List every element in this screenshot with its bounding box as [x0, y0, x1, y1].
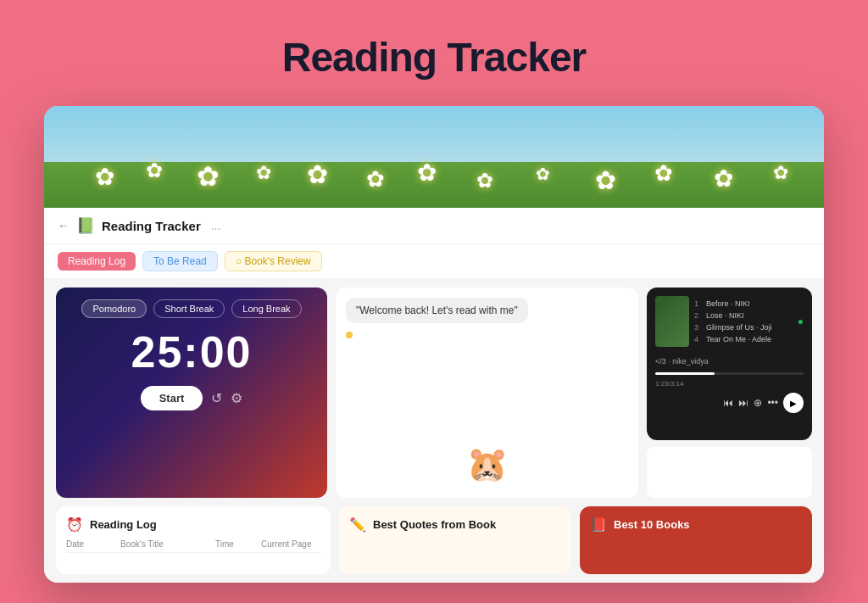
short-break-tab[interactable]: Short Break — [153, 299, 225, 318]
music-controls: ⏮ ⏭ ⊕ ••• ▶ — [655, 393, 804, 413]
music-header: 1 Before · NIKI 2 Lose · NIKI 3 Glimpse … — [655, 296, 804, 347]
progress-bar-container — [655, 372, 804, 375]
col-time-header: Time — [215, 539, 258, 549]
tab-to-be-read[interactable]: To Be Read — [142, 251, 218, 271]
window-banner: ✿ ✿ ✿ ✿ ✿ ✿ ✿ ✿ ✿ ✿ ✿ ✿ ✿ — [44, 106, 824, 208]
refresh-icon[interactable]: ↺ — [211, 390, 222, 406]
more-dots[interactable]: ... — [211, 219, 221, 232]
tab-reading-log[interactable]: Reading Log — [58, 252, 136, 271]
col-title-header: Book's Title — [120, 539, 212, 549]
track-2-name: Lose · NIKI — [706, 311, 793, 320]
more-button[interactable]: ••• — [767, 397, 778, 409]
tabs-bar: Reading Log To Be Read ○ Book's Review — [44, 244, 824, 279]
blank-widget — [647, 447, 812, 498]
table-header: Date Book's Title Time Current Page — [66, 539, 320, 553]
col-date-header: Date — [66, 539, 117, 549]
app-title-text: Reading Tracker — [102, 219, 201, 233]
next-button[interactable]: ⏭ — [738, 397, 748, 409]
review-dot: ○ — [236, 255, 242, 267]
chat-indicator — [346, 332, 353, 338]
track-1: 1 Before · NIKI — [694, 298, 793, 310]
review-label: Book's Review — [244, 255, 310, 267]
page-title: Reading Tracker — [282, 34, 587, 81]
long-break-tab[interactable]: Long Break — [231, 299, 301, 318]
top-row: Pomodoro Short Break Long Break 25:00 St… — [44, 279, 824, 506]
music-widget: 1 Before · NIKI 2 Lose · NIKI 3 Glimpse … — [647, 288, 812, 440]
pomodoro-widget: Pomodoro Short Break Long Break 25:00 St… — [56, 288, 327, 498]
track-4-name: Tear On Me · Adele — [706, 335, 793, 343]
app-window: ✿ ✿ ✿ ✿ ✿ ✿ ✿ ✿ ✿ ✿ ✿ ✿ ✿ ← 📗 Reading Tr… — [44, 106, 824, 583]
app-icon: 📗 — [76, 216, 95, 235]
reading-log-title: Reading Log — [90, 518, 157, 531]
prev-button[interactable]: ⏮ — [723, 397, 733, 409]
reading-log-header: ⏰ Reading Log — [66, 516, 320, 533]
pomodoro-tab[interactable]: Pomodoro — [81, 299, 147, 318]
track-1-name: Before · NIKI — [706, 299, 793, 308]
pencil-icon: ✏️ — [349, 516, 366, 533]
track-4: 4 Tear On Me · Adele — [694, 333, 793, 345]
timer-tabs: Pomodoro Short Break Long Break — [81, 299, 301, 318]
back-arrow[interactable]: ← — [58, 219, 70, 232]
bottom-row: ⏰ Reading Log Date Book's Title Time Cur… — [44, 506, 824, 583]
spotify-icon: ● — [798, 315, 804, 327]
track-3-num: 3 — [694, 323, 703, 332]
window-header: ← 📗 Reading Tracker ... — [44, 208, 824, 244]
reading-log-icon: ⏰ — [66, 516, 83, 533]
tab-books-review[interactable]: ○ Book's Review — [225, 251, 322, 271]
main-content: Pomodoro Short Break Long Break 25:00 St… — [44, 279, 824, 583]
music-tracks: 1 Before · NIKI 2 Lose · NIKI 3 Glimpse … — [694, 298, 793, 345]
track-2: 2 Lose · NIKI — [694, 310, 793, 321]
album-art — [655, 296, 689, 347]
quotes-header: ✏️ Best Quotes from Book — [349, 516, 561, 533]
col-page-header: Current Page — [261, 539, 320, 549]
mascot-icon: 🐹 — [346, 444, 628, 484]
quotes-title: Best Quotes from Book — [373, 518, 496, 531]
track-1-num: 1 — [694, 299, 703, 308]
start-button[interactable]: Start — [141, 386, 203, 410]
reading-log-widget: ⏰ Reading Log Date Book's Title Time Cur… — [56, 506, 331, 574]
timer-controls: Start ↺ ⚙ — [141, 386, 243, 410]
add-button[interactable]: ⊕ — [754, 397, 762, 409]
chat-widget: "Welcome back! Let's read with me" 🐹 — [336, 288, 638, 498]
track-3-name: Glimpse of Us · Joji — [706, 323, 793, 332]
track-3: 3 Glimpse of Us · Joji — [694, 321, 793, 333]
best-books-title: Best 10 Books — [614, 518, 690, 531]
track-4-num: 4 — [694, 335, 703, 343]
quotes-widget: ✏️ Best Quotes from Book — [339, 506, 571, 574]
settings-icon[interactable]: ⚙ — [231, 390, 242, 406]
progress-bar-fill — [655, 372, 715, 375]
timer-display: 25:00 — [131, 327, 253, 377]
best-books-header: 📕 Best 10 Books — [590, 516, 802, 533]
chat-message: "Welcome back! Let's read with me" — [346, 298, 528, 323]
track-2-num: 2 — [694, 311, 703, 320]
book-icon: 📕 — [590, 516, 607, 533]
best-books-widget: 📕 Best 10 Books — [580, 506, 812, 574]
play-button[interactable]: ▶ — [783, 393, 804, 413]
music-username: </3 · nike_vidya — [655, 355, 804, 367]
progress-time: 1:23/3:14 — [655, 380, 804, 388]
